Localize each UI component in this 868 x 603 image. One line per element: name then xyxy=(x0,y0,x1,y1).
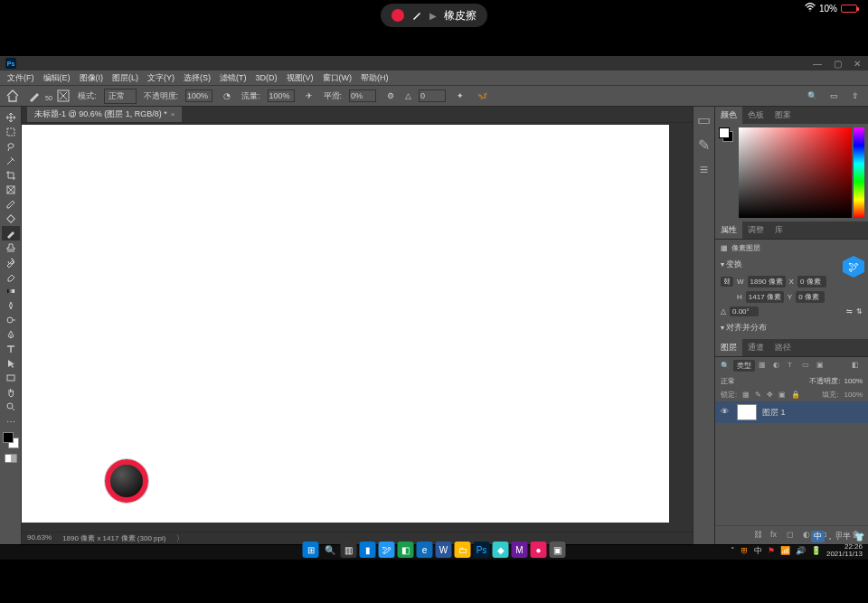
menu-edit[interactable]: 编辑(E) xyxy=(40,71,74,85)
opacity-pressure-icon[interactable]: ◔ xyxy=(220,89,234,103)
quickmask-toggle[interactable] xyxy=(5,454,17,463)
taskbar-app-1[interactable]: ▮ xyxy=(360,542,376,558)
edge-icon[interactable]: e xyxy=(417,542,433,558)
lasso-tool[interactable] xyxy=(2,139,20,154)
fg-color-swatch[interactable] xyxy=(3,432,14,443)
taskbar-search-icon[interactable]: 🔍 xyxy=(322,542,338,558)
fx-icon[interactable]: fx xyxy=(770,530,781,541)
wand-tool[interactable] xyxy=(2,154,20,168)
canvas-area[interactable] xyxy=(22,123,693,532)
align-accordion[interactable]: 对齐并分布 xyxy=(721,320,863,335)
dodge-tool[interactable] xyxy=(2,313,20,327)
symmetry-icon[interactable]: ✦ xyxy=(453,89,467,103)
hue-slider[interactable] xyxy=(854,127,864,218)
minimize-button[interactable]: — xyxy=(812,58,823,69)
filter-type-icon[interactable]: T xyxy=(788,361,798,372)
marquee-tool[interactable] xyxy=(2,125,20,139)
tab-layers[interactable]: 图层 xyxy=(715,339,742,356)
tray-clock[interactable]: 22:26 2021/11/13 xyxy=(826,543,863,558)
tab-swatches[interactable]: 色板 xyxy=(742,107,769,124)
edit-toolbar[interactable]: ⋯ xyxy=(2,414,20,429)
menu-3d[interactable]: 3D(D) xyxy=(252,72,281,83)
home-icon[interactable] xyxy=(5,89,20,103)
menu-image[interactable]: 图像(I) xyxy=(76,71,108,85)
flip-v-icon[interactable]: ⇅ xyxy=(856,307,863,316)
flow-input[interactable]: 100% xyxy=(268,90,295,102)
zoom-status[interactable]: 90.63% xyxy=(27,533,52,543)
filter-shape-icon[interactable]: ▭ xyxy=(802,361,813,372)
menu-view[interactable]: 视图(V) xyxy=(283,71,317,85)
close-tab-icon[interactable]: × xyxy=(171,110,175,118)
zoom-tool[interactable] xyxy=(2,400,20,414)
menu-filter[interactable]: 滤镜(T) xyxy=(216,71,250,85)
path-select-tool[interactable] xyxy=(2,356,20,371)
layer-opacity-input[interactable]: 100% xyxy=(844,377,863,385)
y-input[interactable]: 0 像素 xyxy=(796,291,825,303)
tray-volume-icon[interactable]: 🔊 xyxy=(796,546,806,555)
window-titlebar[interactable]: Ps — ▢ ✕ xyxy=(0,56,868,71)
menu-layer[interactable]: 图层(L) xyxy=(108,71,142,85)
floating-tool-indicator[interactable]: ▶ 橡皮擦 xyxy=(381,4,487,27)
x-input[interactable]: 0 像素 xyxy=(797,276,826,287)
blur-tool[interactable] xyxy=(2,298,20,313)
menu-help[interactable]: 帮助(H) xyxy=(357,71,392,85)
taskbar-app-3[interactable]: ◧ xyxy=(398,542,414,558)
tray-security-icon[interactable]: ⛨ xyxy=(741,546,749,555)
tab-channels[interactable]: 通道 xyxy=(742,339,769,356)
move-tool[interactable] xyxy=(2,110,20,125)
tray-ime[interactable]: 中 xyxy=(754,545,762,557)
lock-transparent-icon[interactable]: ▦ xyxy=(742,391,750,399)
link-wh-icon[interactable]: ⛓ xyxy=(721,277,733,287)
photoshop-icon[interactable]: Ps xyxy=(474,542,490,558)
lock-artboard-icon[interactable]: ▣ xyxy=(778,391,786,399)
crop-tool[interactable] xyxy=(2,168,20,183)
workspace-icon[interactable]: ▭ xyxy=(826,89,841,103)
tab-paths[interactable]: 路径 xyxy=(769,339,797,356)
brush-tool[interactable] xyxy=(2,226,20,240)
flip-h-icon[interactable]: ⇋ xyxy=(846,307,853,316)
menu-file[interactable]: 文件(F) xyxy=(4,71,38,85)
layer-name[interactable]: 图层 1 xyxy=(762,407,786,419)
menu-window[interactable]: 窗口(W) xyxy=(319,71,356,85)
lock-position-icon[interactable]: ✥ xyxy=(767,391,773,399)
document-tab[interactable]: 未标题-1 @ 90.6% (图层 1, RGB/8) * × xyxy=(27,107,182,122)
link-layers-icon[interactable]: ⛓ xyxy=(754,530,765,541)
taskbar-app-7[interactable]: ▣ xyxy=(550,542,566,558)
info-panel-icon[interactable]: ≡ xyxy=(697,163,712,177)
tray-network-icon[interactable]: ⚑ xyxy=(768,546,775,555)
taskbar-app-4[interactable]: ◆ xyxy=(493,542,509,558)
layer-row[interactable]: 👁 图层 1 xyxy=(715,401,868,423)
tab-patterns[interactable]: 图案 xyxy=(769,107,797,124)
taskview-icon[interactable]: ▥ xyxy=(341,542,357,558)
layer-thumbnail[interactable] xyxy=(737,404,757,420)
menu-type[interactable]: 文字(Y) xyxy=(144,71,178,85)
healing-tool[interactable] xyxy=(2,212,20,226)
stamp-tool[interactable] xyxy=(2,240,20,255)
sv-picker[interactable] xyxy=(739,127,852,218)
brushes-panel-icon[interactable]: ✎ xyxy=(697,137,712,152)
color-panel-swatches[interactable] xyxy=(719,127,733,142)
tab-color[interactable]: 颜色 xyxy=(715,107,742,124)
word-icon[interactable]: W xyxy=(436,542,452,558)
w-input[interactable]: 1890 像素 xyxy=(748,276,786,287)
taskbar-app-2[interactable]: 🕊 xyxy=(379,542,395,558)
angle-input[interactable]: 0.00° xyxy=(730,306,759,316)
filter-toggle[interactable]: ◧ xyxy=(852,361,863,372)
filter-pixel-icon[interactable]: ▦ xyxy=(759,361,769,372)
blend-mode-select[interactable]: 正常 xyxy=(721,376,766,386)
tab-adjust[interactable]: 调整 xyxy=(742,221,769,239)
gradient-tool[interactable] xyxy=(2,284,20,298)
mask-icon[interactable]: ◻ xyxy=(787,530,797,541)
tray-chevron-icon[interactable]: ˄ xyxy=(731,546,735,555)
taskbar-app-6[interactable]: ● xyxy=(531,542,547,558)
shape-tool[interactable] xyxy=(2,371,20,385)
smooth-input[interactable]: 0% xyxy=(349,90,376,102)
lock-all-icon[interactable]: 🔒 xyxy=(791,391,800,399)
visibility-icon[interactable]: 👁 xyxy=(721,407,731,418)
tab-properties[interactable]: 属性 xyxy=(715,221,742,239)
filter-kind-select[interactable]: 类型 xyxy=(733,360,755,372)
filter-search-icon[interactable]: 🔍 xyxy=(721,362,730,370)
eraser-tool[interactable] xyxy=(2,269,20,284)
menu-select[interactable]: 选择(S) xyxy=(180,71,214,85)
hand-tool[interactable] xyxy=(2,385,20,400)
